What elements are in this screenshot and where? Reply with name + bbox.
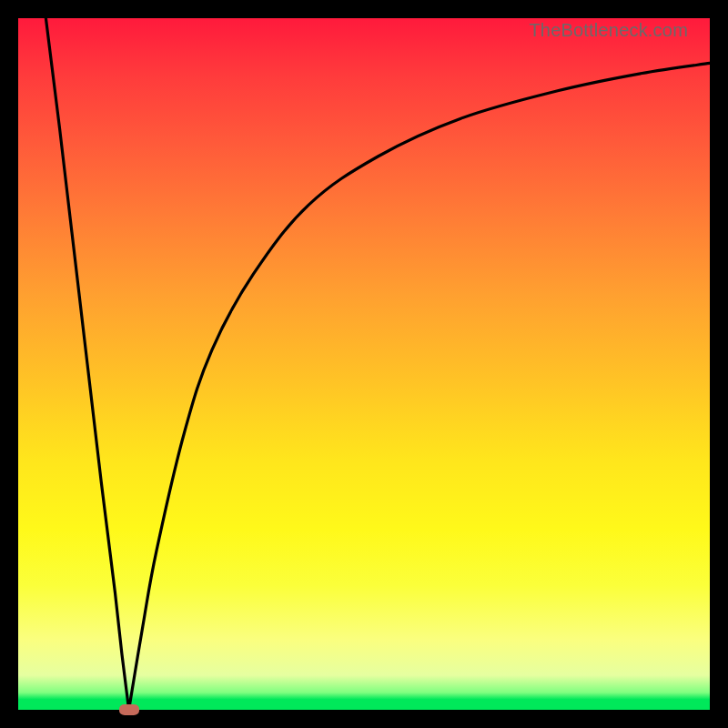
- plot-area: TheBottleneck.com: [18, 18, 710, 710]
- min-marker: [119, 704, 139, 715]
- chart-frame: TheBottleneck.com: [0, 0, 728, 728]
- bottleneck-curve: [18, 18, 710, 710]
- curve-path: [46, 18, 710, 710]
